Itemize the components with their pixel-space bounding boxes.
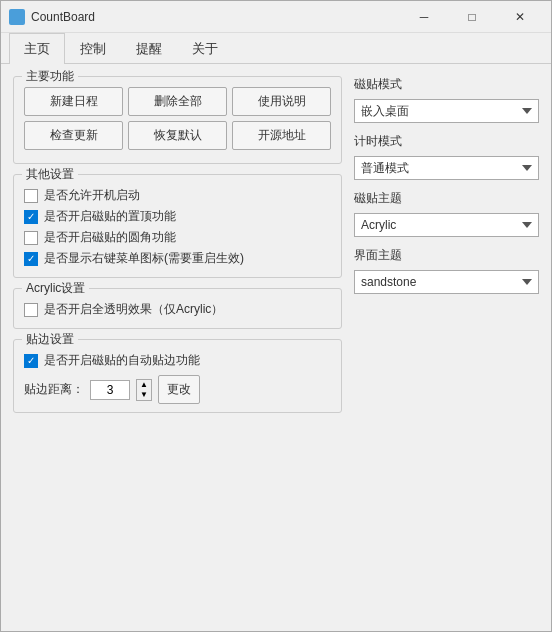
border-settings-group: 贴边设置 是否开启磁贴的自动贴边功能 贴边距离： ▲ ▼ 更改 [13,339,342,413]
checkbox-rounded-label: 是否开启磁贴的圆角功能 [44,229,176,246]
acrylic-settings-label: Acrylic设置 [22,280,89,297]
distance-input[interactable] [90,380,130,400]
change-distance-button[interactable]: 更改 [158,375,200,404]
border-distance-row: 贴边距离： ▲ ▼ 更改 [24,375,331,404]
other-settings-label: 其他设置 [22,166,78,183]
tab-home[interactable]: 主页 [9,33,65,64]
timer-mode-label: 计时模式 [354,133,539,150]
open-source-button[interactable]: 开源地址 [232,121,331,150]
magnetic-mode-label: 磁贴模式 [354,76,539,93]
checkbox-context-icon-label: 是否显示右键菜单图标(需要重启生效) [44,250,244,267]
right-panel: 磁贴模式 嵌入桌面 计时模式 普通模式 磁贴主题 Acrylic [354,76,539,619]
usage-guide-button[interactable]: 使用说明 [232,87,331,116]
content-area: 主要功能 新建日程 删除全部 使用说明 检查更新 恢复默认 开源地址 其他设置 … [1,64,551,631]
main-functions-group: 主要功能 新建日程 删除全部 使用说明 检查更新 恢复默认 开源地址 [13,76,342,164]
magnetic-mode-group: 磁贴模式 嵌入桌面 [354,76,539,123]
timer-mode-select[interactable]: 普通模式 [354,156,539,180]
other-settings-group: 其他设置 是否允许开机启动 是否开启磁贴的置顶功能 是否开启磁贴的圆角功能 是否… [13,174,342,278]
check-update-button[interactable]: 检查更新 [24,121,123,150]
title-bar: CountBoard ─ □ ✕ [1,1,551,33]
checkbox-autoborder[interactable]: 是否开启磁贴的自动贴边功能 [24,350,331,371]
checkbox-autoborder-box[interactable] [24,354,38,368]
main-functions-label: 主要功能 [22,68,78,85]
timer-mode-group: 计时模式 普通模式 [354,133,539,180]
spinner-down-button[interactable]: ▼ [137,390,151,400]
main-window: CountBoard ─ □ ✕ 主页 控制 提醒 关于 主要功能 新建日程 删… [0,0,552,632]
new-schedule-button[interactable]: 新建日程 [24,87,123,116]
checkbox-transparent-box[interactable] [24,303,38,317]
delete-all-button[interactable]: 删除全部 [128,87,227,116]
checkbox-transparent[interactable]: 是否开启全透明效果（仅Acrylic） [24,299,331,320]
checkbox-transparent-label: 是否开启全透明效果（仅Acrylic） [44,301,223,318]
magnetic-theme-group: 磁贴主题 Acrylic [354,190,539,237]
checkbox-autoborder-label: 是否开启磁贴的自动贴边功能 [44,352,200,369]
tab-about[interactable]: 关于 [177,33,233,64]
ui-theme-select[interactable]: sandstone [354,270,539,294]
checkbox-topmost-box[interactable] [24,210,38,224]
window-controls: ─ □ ✕ [401,1,543,33]
restore-default-button[interactable]: 恢复默认 [128,121,227,150]
acrylic-settings-group: Acrylic设置 是否开启全透明效果（仅Acrylic） [13,288,342,329]
checkbox-rounded-box[interactable] [24,231,38,245]
spinner-up-button[interactable]: ▲ [137,380,151,390]
checkbox-autostart-label: 是否允许开机启动 [44,187,140,204]
maximize-button[interactable]: □ [449,1,495,33]
magnetic-mode-select[interactable]: 嵌入桌面 [354,99,539,123]
tab-bar: 主页 控制 提醒 关于 [1,33,551,64]
spinner-buttons: ▲ ▼ [136,379,152,401]
app-icon [9,9,25,25]
distance-label: 贴边距离： [24,381,84,398]
ui-theme-group: 界面主题 sandstone [354,247,539,294]
main-buttons-grid: 新建日程 删除全部 使用说明 检查更新 恢复默认 开源地址 [24,87,331,150]
checkbox-autostart-box[interactable] [24,189,38,203]
magnetic-theme-select[interactable]: Acrylic [354,213,539,237]
checkbox-context-icon-box[interactable] [24,252,38,266]
checkbox-topmost-label: 是否开启磁贴的置顶功能 [44,208,176,225]
left-panel: 主要功能 新建日程 删除全部 使用说明 检查更新 恢复默认 开源地址 其他设置 … [13,76,342,619]
checkbox-topmost[interactable]: 是否开启磁贴的置顶功能 [24,206,331,227]
tab-reminder[interactable]: 提醒 [121,33,177,64]
tab-control[interactable]: 控制 [65,33,121,64]
magnetic-theme-label: 磁贴主题 [354,190,539,207]
checkbox-rounded[interactable]: 是否开启磁贴的圆角功能 [24,227,331,248]
window-title: CountBoard [31,10,401,24]
minimize-button[interactable]: ─ [401,1,447,33]
ui-theme-label: 界面主题 [354,247,539,264]
checkbox-context-icon[interactable]: 是否显示右键菜单图标(需要重启生效) [24,248,331,269]
checkbox-autostart[interactable]: 是否允许开机启动 [24,185,331,206]
border-settings-label: 贴边设置 [22,331,78,348]
close-button[interactable]: ✕ [497,1,543,33]
